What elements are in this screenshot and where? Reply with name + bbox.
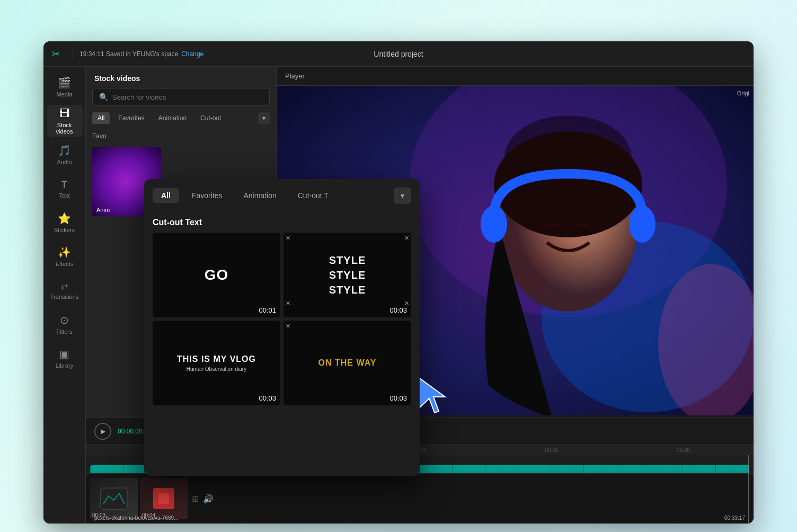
audio-track-icon[interactable]: 🔊 (203, 494, 214, 504)
bottom-thumbs: 00:03 00:04 ⊞ 🔊 (86, 473, 754, 524)
popup-card-go[interactable]: GO 00:01 (153, 233, 280, 317)
text-icon: T (61, 179, 67, 190)
filter-more-btn[interactable]: ▾ (258, 112, 270, 124)
popup-card-go-duration: 00:01 (259, 306, 276, 314)
stickers-icon: ⭐ (58, 212, 71, 225)
anim-label: Anim (96, 207, 110, 213)
cursor-arrow (420, 378, 451, 418)
sidebar-label-library: Library (56, 362, 74, 369)
filter-tab-favorites[interactable]: Favorites (113, 112, 149, 124)
sidebar-label-stickers: Stickers (54, 227, 75, 233)
media-icon: 🎬 (58, 76, 71, 89)
sidebar-item-library[interactable]: ▣ Library (47, 342, 83, 374)
sidebar-item-text[interactable]: T Text (47, 173, 83, 205)
player-label: Player (277, 67, 754, 86)
sidebar-item-media[interactable]: 🎬 Media (47, 71, 83, 103)
popup-card-style[interactable]: ✕ ✕ ✕ ✕ STYLE STYLE STYLE 00:03 (284, 233, 411, 317)
cutout-text-popup: All Favorites Animation Cut-out T ▾ Cut-… (144, 179, 420, 476)
filters-icon: ⊙ (60, 314, 69, 326)
thumb-item-1[interactable]: 00:03 (90, 478, 138, 519)
divider (73, 49, 73, 59)
project-title: Untitled project (374, 50, 423, 58)
save-status: 19:34:11 Saved in YEUNG's space (79, 50, 178, 58)
popup-card-vlog[interactable]: THIS IS MY VLOG Human Observation diary … (153, 321, 280, 405)
popup-tab-animation[interactable]: Animation (235, 188, 285, 203)
sidebar-item-stock-videos[interactable]: 🎞 Stockvideos (47, 105, 83, 137)
ruler-mark-20: 00:20 (617, 447, 749, 453)
top-bar: ✂ 19:34:11 Saved in YEUNG's space Change… (43, 41, 754, 67)
popup-card-go-text: GO (205, 267, 229, 283)
sidebar-label-text: Text (59, 192, 69, 199)
cross-tr: ✕ (404, 235, 409, 242)
favorites-label: Favo (86, 129, 276, 143)
sidebar-label-filters: Filters (57, 329, 73, 335)
sidebar-item-transitions[interactable]: ⇄ Transitions (47, 274, 83, 306)
popup-card-vlog-duration: 00:03 (259, 394, 276, 402)
sidebar-label-audio: Audio (57, 159, 72, 165)
svg-marker-10 (420, 378, 445, 413)
stock-panel-title: Stock videos (86, 67, 276, 88)
add-track-icon[interactable]: ⊞ (192, 494, 199, 504)
timeline-end-marker (748, 455, 749, 524)
ruler-mark-15: 00:15 (485, 447, 617, 453)
sidebar-label-media: Media (57, 91, 73, 97)
filter-tab-cutout[interactable]: Cut-out (195, 112, 226, 124)
popup-card-way-text: ON THE WAY (318, 358, 377, 369)
popup-card-way-duration: 00:03 (389, 394, 407, 402)
cross-tl-2: ✕ (286, 323, 290, 330)
svg-rect-9 (101, 488, 127, 509)
app-window: ✂ 19:34:11 Saved in YEUNG's space Change… (43, 41, 754, 524)
audio-icon: 🎵 (58, 144, 71, 157)
popup-card-style-duration: 00:03 (389, 306, 407, 314)
popup-card-vlog-inner: THIS IS MY VLOG Human Observation diary (153, 321, 280, 405)
popup-tab-favorites[interactable]: Favorites (183, 188, 231, 203)
sidebar-item-filters[interactable]: ⊙ Filters (47, 308, 83, 340)
stock-videos-icon: 🎞 (59, 108, 70, 120)
search-input[interactable] (112, 93, 263, 101)
change-link[interactable]: Change (181, 50, 203, 58)
timeline-bottom-icons: ⊞ 🔊 (192, 494, 214, 504)
search-bar[interactable]: 🔍 (92, 88, 270, 106)
sidebar-item-effects[interactable]: ✨ Effects (47, 241, 83, 272)
popup-card-style-text: STYLE STYLE STYLE (329, 253, 366, 297)
filter-tab-animation[interactable]: Animation (153, 112, 192, 124)
popup-grid: GO 00:01 ✕ ✕ ✕ ✕ STYLE STYLE STYLE 00:03 (144, 233, 420, 414)
popup-tab-cutout[interactable]: Cut-out T (289, 188, 337, 203)
transitions-icon: ⇄ (61, 281, 68, 291)
video-original-label: Origi (737, 90, 749, 96)
popup-card-go-inner: GO (153, 233, 280, 317)
sidebar-item-stickers[interactable]: ⭐ Stickers (47, 207, 83, 238)
popup-card-ontheway[interactable]: ✕ ON THE WAY 00:03 (284, 321, 411, 405)
popup-more-button[interactable]: ▾ (394, 188, 411, 203)
sidebar: 🎬 Media 🎞 Stockvideos 🎵 Audio T Text ⭐ S… (43, 67, 86, 524)
svg-point-6 (481, 206, 507, 243)
popup-card-ontheway-inner: ✕ ON THE WAY (284, 321, 411, 405)
popup-card-style-inner: ✕ ✕ ✕ ✕ STYLE STYLE STYLE (284, 233, 411, 317)
svg-point-7 (629, 206, 656, 243)
play-button[interactable]: ▶ (94, 423, 111, 440)
sidebar-label-stock-videos: Stockvideos (56, 122, 73, 135)
popup-card-vlog-subtext: Human Observation diary (177, 366, 256, 372)
popup-tabs: All Favorites Animation Cut-out T ▾ (144, 179, 420, 210)
popup-tab-all[interactable]: All (153, 188, 179, 203)
app-logo: ✂ (52, 48, 60, 60)
thumb-item-2[interactable]: 00:04 (140, 478, 188, 519)
track-duration: 00:33:17 (724, 515, 745, 521)
library-icon: ▣ (59, 348, 69, 360)
popup-section-label: Cut-out Text (144, 210, 420, 233)
cross-tl: ✕ (286, 235, 290, 242)
sidebar-label-transitions: Transitions (50, 294, 78, 300)
sidebar-item-audio[interactable]: 🎵 Audio (47, 139, 83, 171)
sidebar-label-effects: Effects (56, 261, 73, 267)
track-filename: pexels-ekaterina-bolovtsova-7669... (94, 515, 178, 521)
popup-card-vlog-text: THIS IS MY VLOG (177, 354, 256, 364)
effects-icon: ✨ (58, 246, 71, 259)
filter-tabs: All Favorites Animation Cut-out ▾ (86, 112, 276, 129)
filter-tab-all[interactable]: All (92, 112, 110, 124)
search-icon: 🔍 (99, 93, 108, 101)
cross-bl: ✕ (286, 300, 290, 307)
